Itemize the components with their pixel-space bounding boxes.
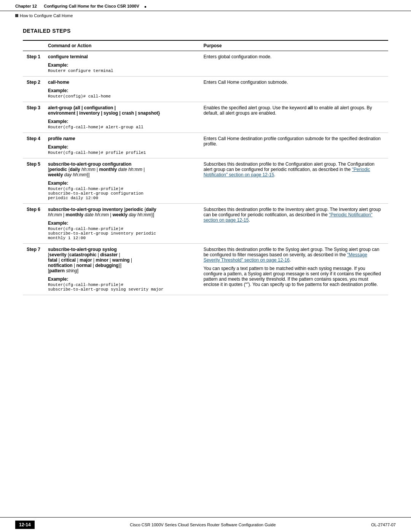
page: Chapter 12 Configuring Call Home for the… — [0, 0, 411, 532]
command-cell: subscribe-to-alert-group syslog [severit… — [44, 244, 200, 295]
command-text: alert-group {all | configuration | envir… — [48, 105, 196, 116]
example-code: Router(cfg-call-home-profile)# subscribe… — [48, 227, 196, 240]
step-number: Step 4 — [23, 133, 44, 158]
command-cell: subscribe-to-alert-group configuration [… — [44, 158, 200, 204]
header-divider — [145, 6, 146, 8]
table-row: Step 3 alert-group {all | configuration … — [23, 102, 388, 133]
table-row: Step 2 call-home Example: Router(config)… — [23, 77, 388, 102]
step-number: Step 3 — [23, 102, 44, 133]
example-label: Example: — [48, 62, 196, 68]
steps-table: Command or Action Purpose Step 1 configu… — [23, 40, 388, 295]
main-content: DETAILED STEPS Command or Action Purpose… — [0, 20, 411, 318]
footer-right-text: OL-27477-07 — [371, 522, 396, 527]
command-cell: subscribe-to-alert-group inventory [peri… — [44, 204, 200, 244]
step-number: Step 1 — [23, 51, 44, 77]
breadcrumb: How to Configure Call Home — [0, 11, 411, 20]
col-header-command: Command or Action — [44, 40, 200, 51]
footer-center-text: Cisco CSR 1000V Series Cloud Services Ro… — [130, 522, 276, 527]
header-chapter-info: Chapter 12 Configuring Call Home for the… — [15, 4, 146, 8]
example-label: Example: — [48, 144, 196, 150]
col-header-step — [23, 40, 44, 51]
example-label: Example: — [48, 119, 196, 124]
command-text: subscribe-to-alert-group syslog [severit… — [48, 247, 196, 273]
table-row: Step 5 subscribe-to-alert-group configur… — [23, 158, 388, 204]
purpose-cell: Enables the specified alert group. Use t… — [200, 102, 388, 133]
step-number: Step 7 — [23, 244, 44, 295]
example-label: Example: — [48, 220, 196, 226]
purpose-cell: Subscribes this destination profile to t… — [200, 204, 388, 244]
example-code: Router(cfg-call-home)# alert-group all — [48, 125, 196, 129]
example-label: Example: — [48, 276, 196, 282]
footer-page-number: 12-14 — [15, 521, 35, 529]
table-row: Step 7 subscribe-to-alert-group syslog [… — [23, 244, 388, 295]
example-label: Example: — [48, 181, 196, 186]
purpose-cell: Enters Call Home destination profile con… — [200, 133, 388, 158]
breadcrumb-text: How to Configure Call Home — [20, 13, 73, 18]
table-row: Step 6 subscribe-to-alert-group inventor… — [23, 204, 388, 244]
page-header: Chapter 12 Configuring Call Home for the… — [0, 0, 411, 11]
purpose-paragraph-1: Subscribes this destination profile to t… — [204, 247, 384, 263]
purpose-cell: Subscribes this destination profile to t… — [200, 244, 388, 295]
page-footer: 12-14 Cisco CSR 1000V Series Cloud Servi… — [0, 517, 411, 532]
col-header-purpose: Purpose — [200, 40, 388, 51]
command-text: configure terminal — [48, 54, 196, 59]
command-text: subscribe-to-alert-group inventory [peri… — [48, 207, 196, 217]
example-code: Router(cfg-call-home)# profile profile1 — [48, 150, 196, 155]
example-code: Router(cfg-call-home-profile)# subscribe… — [48, 187, 196, 200]
command-text: call-home — [48, 80, 196, 85]
breadcrumb-icon — [15, 14, 18, 17]
command-cell: profile name Example: Router(cfg-call-ho… — [44, 133, 200, 158]
command-text: profile name — [48, 136, 196, 141]
command-text: subscribe-to-alert-group configuration [… — [48, 161, 196, 177]
example-code: Router(cfg-call-home-profile)# subscribe… — [48, 283, 196, 292]
command-cell: alert-group {all | configuration | envir… — [44, 102, 200, 133]
step-number: Step 5 — [23, 158, 44, 204]
example-code: Router# configure terminal — [48, 69, 196, 73]
step-number: Step 2 — [23, 77, 44, 102]
command-cell: call-home Example: Router(config)# call-… — [44, 77, 200, 102]
section-title: DETAILED STEPS — [23, 28, 388, 34]
command-cell: configure terminal Example: Router# conf… — [44, 51, 200, 77]
example-code: Router(config)# call-home — [48, 94, 196, 99]
step-number: Step 6 — [23, 204, 44, 244]
purpose-cell: Enters Call Home configuration submode. — [200, 77, 388, 102]
table-row: Step 4 profile name Example: Router(cfg-… — [23, 133, 388, 158]
header-chapter: Chapter 12 — [15, 4, 37, 8]
header-chapter-title: Configuring Call Home for the Cisco CSR … — [44, 4, 139, 8]
example-label: Example: — [48, 88, 196, 93]
purpose-cell: Subscribes this destination profile to t… — [200, 158, 388, 204]
table-row: Step 1 configure terminal Example: Route… — [23, 51, 388, 77]
purpose-cell: Enters global configuration mode. — [200, 51, 388, 77]
purpose-paragraph-2: You can specify a text pattern to be mat… — [204, 266, 384, 287]
